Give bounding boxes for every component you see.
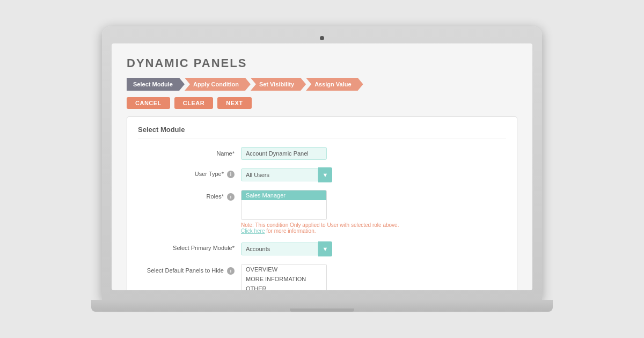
user-type-row: User Type* i All Users Admin Regular Use… xyxy=(138,167,506,182)
primary-module-control: Accounts Contacts Leads Opportunities ▼ xyxy=(241,241,506,256)
laptop-wrapper: DYNAMIC PANELS Select Module Apply Condi… xyxy=(91,19,553,319)
panel-item-overview[interactable]: OVERVIEW xyxy=(241,264,326,274)
name-row: Name* xyxy=(138,147,506,160)
dropdown-arrow-icon: ▼ xyxy=(323,246,328,252)
clear-button[interactable]: CLEAR xyxy=(174,97,213,109)
form-panel-title: Select Module xyxy=(138,126,506,138)
default-panels-control: OVERVIEW MORE INFORMATION OTHER xyxy=(241,264,506,290)
step-label: Assign Value xyxy=(314,81,351,87)
laptop-camera xyxy=(320,36,324,40)
laptop-body: DYNAMIC PANELS Select Module Apply Condi… xyxy=(102,26,542,300)
primary-module-select[interactable]: Accounts Contacts Leads Opportunities xyxy=(241,243,318,255)
roles-control: Sales Manager Note: This condition Only … xyxy=(241,190,506,234)
form-panel: Select Module Name* xyxy=(127,116,517,290)
breadcrumb-steps: Select Module Apply Condition Set Visibi… xyxy=(127,78,517,91)
default-panels-info-icon[interactable]: i xyxy=(227,267,235,275)
roles-note-link[interactable]: Click here xyxy=(241,228,265,234)
name-input[interactable] xyxy=(241,147,327,160)
primary-module-dropdown-arrow[interactable]: ▼ xyxy=(318,241,332,256)
action-buttons: CANCEL CLEAR NEXT xyxy=(127,97,517,109)
next-button[interactable]: NEXT xyxy=(217,97,251,109)
primary-module-select-wrapper: Accounts Contacts Leads Opportunities ▼ xyxy=(241,241,332,256)
user-type-info-icon[interactable]: i xyxy=(227,171,235,178)
user-type-select-wrapper: All Users Admin Regular User ▼ xyxy=(241,167,332,182)
step-label: Select Module xyxy=(133,81,173,87)
name-control xyxy=(241,147,506,160)
step-select-module[interactable]: Select Module xyxy=(127,78,185,91)
dropdown-arrow-icon: ▼ xyxy=(323,172,328,178)
user-type-label: User Type* i xyxy=(138,167,235,178)
default-panels-listbox[interactable]: OVERVIEW MORE INFORMATION OTHER xyxy=(241,264,327,290)
cancel-button[interactable]: CANCEL xyxy=(127,97,170,109)
step-label: Apply Condition xyxy=(193,81,239,87)
panel-item-other[interactable]: OTHER xyxy=(241,284,326,290)
roles-label: Roles* i xyxy=(138,190,235,201)
page-title: DYNAMIC PANELS xyxy=(127,56,517,70)
default-panels-label: Select Default Panels to Hide i xyxy=(138,264,235,275)
step-set-visibility[interactable]: Set Visibility xyxy=(251,78,306,91)
name-label: Name* xyxy=(138,147,235,157)
user-type-control: All Users Admin Regular User ▼ xyxy=(241,167,506,182)
roles-item-sales-manager[interactable]: Sales Manager xyxy=(241,190,326,200)
primary-module-label: Select Primary Module* xyxy=(138,241,235,251)
step-apply-condition[interactable]: Apply Condition xyxy=(185,78,251,91)
primary-module-row: Select Primary Module* Accounts Contacts… xyxy=(138,241,506,256)
default-panels-row: Select Default Panels to Hide i OVERVIEW xyxy=(138,264,506,290)
step-assign-value[interactable]: Assign Value xyxy=(306,78,363,91)
roles-info-icon[interactable]: i xyxy=(227,193,235,201)
roles-note: Note: This condition Only applied to Use… xyxy=(241,222,506,234)
roles-listbox[interactable]: Sales Manager xyxy=(241,190,327,220)
screen-content: DYNAMIC PANELS Select Module Apply Condi… xyxy=(112,43,532,290)
step-label: Set Visibility xyxy=(259,81,294,87)
laptop-base xyxy=(91,300,553,312)
user-type-select[interactable]: All Users Admin Regular User xyxy=(241,168,318,181)
roles-row: Roles* i Sales Manager Note xyxy=(138,190,506,234)
user-type-dropdown-arrow[interactable]: ▼ xyxy=(318,167,332,182)
panel-item-more-information[interactable]: MORE INFORMATION xyxy=(241,274,326,284)
laptop-screen: DYNAMIC PANELS Select Module Apply Condi… xyxy=(112,43,532,290)
